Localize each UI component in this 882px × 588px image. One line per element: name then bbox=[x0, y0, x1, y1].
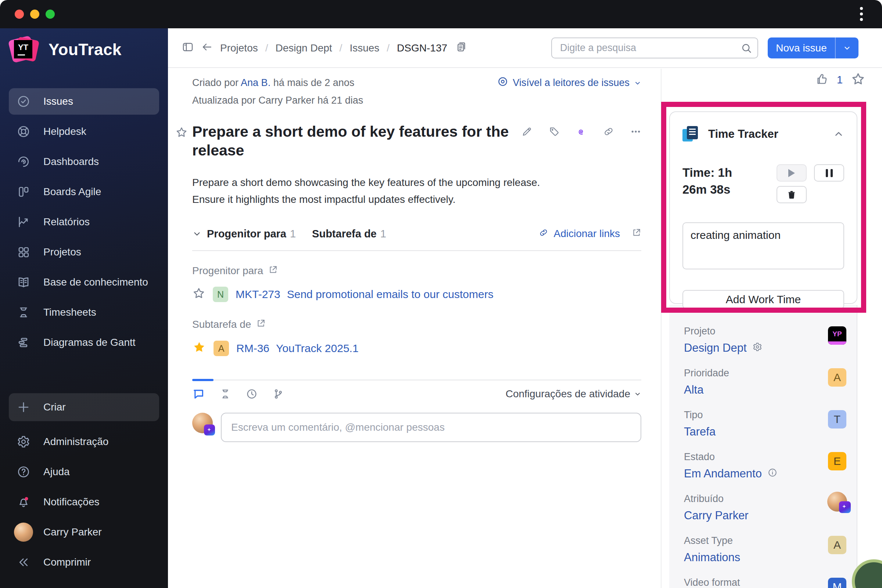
search-icon[interactable] bbox=[741, 42, 752, 56]
field-value-priority[interactable]: Alta bbox=[684, 383, 704, 396]
minimize-window-button[interactable] bbox=[30, 9, 39, 19]
sidebar-item-notifications[interactable]: Notificações bbox=[9, 489, 159, 515]
sidebar-item-dashboards[interactable]: Dashboards bbox=[9, 148, 159, 175]
video-format-badge: M bbox=[828, 578, 846, 588]
open-in-new-icon[interactable] bbox=[268, 265, 278, 277]
tab-vcs-icon[interactable] bbox=[272, 388, 284, 400]
work-note-textarea[interactable]: creating animation bbox=[682, 222, 844, 269]
link-icon bbox=[539, 228, 548, 240]
tab-history-icon[interactable] bbox=[219, 388, 231, 400]
sidebar-item-label: Administração bbox=[44, 436, 108, 448]
updated-info: Atualizada por Carry Parker há 21 dias bbox=[192, 95, 641, 106]
comment-input[interactable] bbox=[221, 413, 641, 442]
field-value-assignee[interactable]: Carry Parker bbox=[684, 509, 748, 522]
lifebuoy-icon bbox=[17, 125, 30, 138]
collapse-sidebar-button[interactable]: Comprimir bbox=[9, 549, 159, 576]
more-options-icon[interactable] bbox=[630, 126, 641, 138]
breadcrumb-separator: / bbox=[266, 42, 268, 54]
new-issue-button[interactable]: Nova issue bbox=[768, 38, 858, 58]
star-outline-icon[interactable] bbox=[851, 72, 866, 88]
updated-by-user-link[interactable]: Carry Parker bbox=[258, 95, 315, 106]
breadcrumb-issue-id[interactable]: DSGN-137 bbox=[397, 42, 447, 54]
tab-subtask-of[interactable]: Subtarefa de bbox=[312, 228, 376, 240]
tag-icon[interactable] bbox=[549, 126, 560, 138]
sidebar-item-profile[interactable]: Carry Parker bbox=[9, 519, 159, 545]
tab-comments-icon[interactable] bbox=[192, 388, 205, 400]
sidebar-item-administration[interactable]: Administração bbox=[9, 429, 159, 455]
open-in-new-icon[interactable] bbox=[632, 228, 641, 240]
linked-issue-link[interactable]: MKT-273Send promotional emails to our cu… bbox=[236, 288, 494, 301]
eye-icon bbox=[497, 76, 508, 90]
info-icon[interactable] bbox=[768, 467, 777, 480]
app-badge-icon bbox=[839, 501, 851, 513]
search-input[interactable] bbox=[551, 38, 758, 58]
double-chevron-left-icon bbox=[17, 556, 30, 569]
activity-settings-dropdown[interactable]: Configurações de atividade bbox=[506, 388, 641, 400]
sidebar-item-reports[interactable]: Relatórios bbox=[9, 209, 159, 235]
browser-menu-icon[interactable] bbox=[860, 7, 863, 21]
activity-divider bbox=[192, 380, 641, 380]
help-icon bbox=[17, 465, 30, 478]
field-value-state[interactable]: Em Andamento bbox=[684, 467, 762, 480]
tab-time-icon[interactable] bbox=[246, 388, 258, 400]
field-value-project[interactable]: Design Dept bbox=[684, 341, 747, 355]
breadcrumb-design-dept[interactable]: Design Dept bbox=[276, 42, 332, 54]
linked-issue-link[interactable]: RM-36YouTrack 2025.1 bbox=[236, 342, 358, 355]
link-icon[interactable] bbox=[603, 126, 614, 138]
bell-icon bbox=[17, 495, 30, 508]
sidebar-item-gantt[interactable]: Diagramas de Gantt bbox=[9, 329, 159, 356]
sidebar-item-help[interactable]: Ajuda bbox=[9, 459, 159, 485]
app-logo[interactable]: YT YouTrack bbox=[9, 36, 122, 64]
widget-title: Time Tracker bbox=[708, 128, 778, 141]
open-in-new-icon[interactable] bbox=[256, 319, 266, 331]
app-title: YouTrack bbox=[48, 40, 122, 59]
star-outline-icon[interactable] bbox=[192, 286, 206, 303]
activity-tabs: Configurações de atividade bbox=[192, 388, 641, 400]
add-work-time-button[interactable]: Add Work Time bbox=[682, 290, 844, 309]
pause-button[interactable] bbox=[814, 164, 844, 182]
visibility-dropdown[interactable]: Visível a leitores de issues bbox=[497, 76, 641, 90]
project-settings-gear-icon[interactable] bbox=[753, 341, 762, 355]
ai-assistant-icon[interactable] bbox=[576, 126, 587, 138]
collapse-widget-icon[interactable] bbox=[833, 129, 844, 140]
assignee-avatar bbox=[827, 492, 847, 512]
sidebar-item-projects[interactable]: Projetos bbox=[9, 239, 159, 266]
field-value-type[interactable]: Tarefa bbox=[684, 425, 716, 438]
copy-id-icon[interactable] bbox=[454, 41, 466, 56]
star-filled-icon[interactable] bbox=[192, 340, 206, 357]
create-button[interactable]: Criar bbox=[9, 393, 159, 421]
agile-board-icon bbox=[17, 185, 30, 198]
zoom-window-button[interactable] bbox=[46, 9, 55, 19]
field-row-assignee: Atribuído Carry Parker bbox=[684, 493, 856, 523]
play-button[interactable] bbox=[777, 164, 807, 182]
sidebar-item-timesheets[interactable]: Timesheets bbox=[9, 299, 159, 326]
breadcrumb-issues[interactable]: Issues bbox=[350, 42, 379, 54]
sidebar-item-boards-agile[interactable]: Boards Agile bbox=[9, 178, 159, 205]
chevron-down-icon bbox=[634, 80, 641, 87]
delete-timer-button[interactable] bbox=[777, 186, 807, 203]
sidebar-item-label: Relatórios bbox=[44, 216, 90, 228]
priority-badge: A bbox=[828, 368, 846, 387]
star-issue-icon[interactable] bbox=[175, 126, 188, 140]
back-arrow-icon[interactable] bbox=[201, 41, 213, 56]
tracked-time: Time: 1h 26m 38s bbox=[682, 164, 732, 203]
sidebar-item-issues[interactable]: Issues bbox=[9, 88, 159, 115]
time-tracker-body: Time: 1h 26m 38s bbox=[682, 164, 844, 203]
new-issue-dropdown-icon[interactable] bbox=[836, 44, 858, 52]
toggle-sidebar-icon[interactable] bbox=[182, 41, 194, 56]
breadcrumb-projects[interactable]: Projetos bbox=[220, 42, 258, 54]
plus-icon bbox=[17, 400, 30, 414]
edit-icon[interactable] bbox=[522, 126, 532, 138]
collapse-links-icon[interactable] bbox=[192, 229, 202, 238]
gear-icon bbox=[17, 435, 30, 448]
close-window-button[interactable] bbox=[15, 9, 24, 19]
tab-parent-for-count: 1 bbox=[290, 228, 296, 240]
sidebar-item-helpdesk[interactable]: Helpdesk bbox=[9, 118, 159, 145]
thumbs-up-icon[interactable] bbox=[816, 72, 829, 87]
add-links-button[interactable]: Adicionar links bbox=[539, 228, 641, 240]
sidebar-item-knowledge-base[interactable]: Base de conhecimento bbox=[9, 269, 159, 296]
issue-fields-panel: Projeto Design Dept YP Prioridade Alta A… bbox=[669, 305, 857, 588]
tab-parent-for[interactable]: Progenitor para bbox=[207, 228, 286, 240]
created-by-user-link[interactable]: Ana B. bbox=[241, 77, 270, 88]
field-value-asset-type[interactable]: Animations bbox=[684, 551, 740, 564]
